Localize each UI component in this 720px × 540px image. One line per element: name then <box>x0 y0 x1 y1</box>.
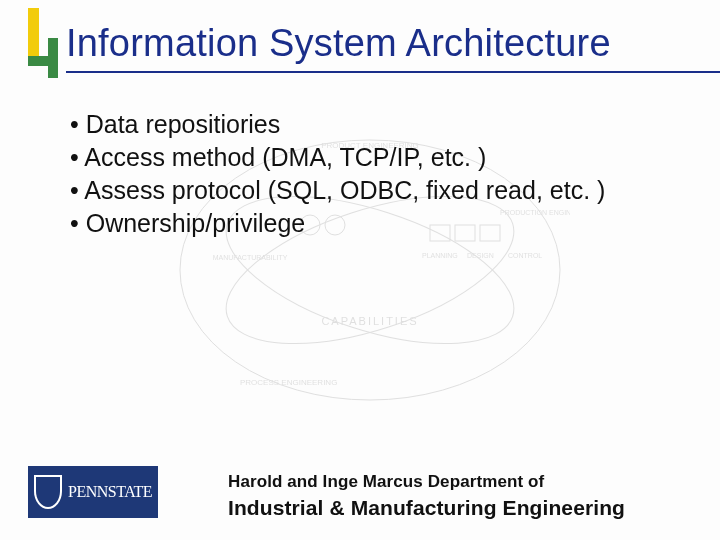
footer: PENNSTATE Harold and Inge Marcus Departm… <box>28 462 692 522</box>
svg-text:DESIGN: DESIGN <box>467 252 494 259</box>
title-accent-bars <box>28 20 62 84</box>
department-line1: Harold and Inge Marcus Department of <box>228 472 692 492</box>
svg-text:CAPABILITIES: CAPABILITIES <box>321 315 418 327</box>
svg-text:MANUFACTURABILITY: MANUFACTURABILITY <box>213 254 288 261</box>
pennstate-logo: PENNSTATE <box>28 466 158 518</box>
bullet-item: Assess protocol (SQL, ODBC, fixed read, … <box>70 174 680 206</box>
svg-text:PROCESS ENGINEERING: PROCESS ENGINEERING <box>240 378 337 387</box>
bullet-list: Data repositiories Access method (DMA, T… <box>70 108 680 240</box>
svg-text:CONTROL: CONTROL <box>508 252 542 259</box>
slide-title: Information System Architecture <box>66 22 611 65</box>
bullet-item: Ownership/privilege <box>70 207 680 239</box>
bullet-item: Access method (DMA, TCP/IP, etc. ) <box>70 141 680 173</box>
department-line2: Industrial & Manufacturing Engineering <box>228 496 692 520</box>
bullet-item: Data repositiories <box>70 108 680 140</box>
department-block: Harold and Inge Marcus Department of Ind… <box>228 472 692 520</box>
pennstate-label: PENNSTATE <box>68 483 152 501</box>
shield-icon <box>34 475 62 509</box>
title-underline <box>66 71 720 73</box>
svg-text:PLANNING: PLANNING <box>422 252 458 259</box>
